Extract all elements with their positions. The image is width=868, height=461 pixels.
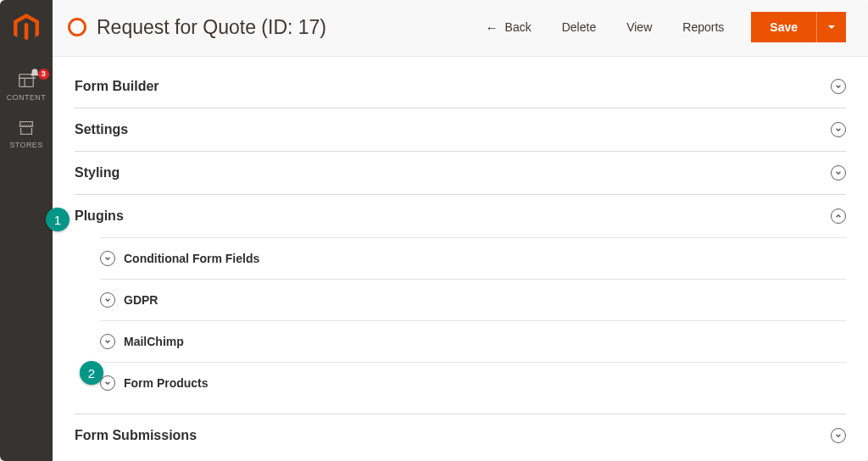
section-title: Settings (75, 122, 128, 137)
sidebar-item-label: CONTENT (7, 93, 46, 102)
expand-icon (831, 122, 846, 137)
sub-title: MailChimp (124, 335, 184, 348)
sub-title: Form Products (124, 376, 209, 390)
app-frame: CONTENT 3 STORES Request for Quote (ID: … (0, 0, 868, 461)
main-panel: Request for Quote (ID: 17) ← Back Delete… (53, 0, 868, 461)
expand-icon (831, 165, 846, 181)
section-styling[interactable]: Styling (75, 152, 846, 195)
expand-icon (100, 292, 115, 308)
sidebar-item-stores[interactable]: STORES (0, 110, 53, 158)
section-title: Styling (75, 165, 120, 181)
back-label: Back (505, 20, 531, 34)
section-title: Form Submissions (75, 428, 197, 443)
notification-count: 3 (38, 69, 49, 80)
content-area: Form Builder Settings Styling Plugins Co… (53, 57, 868, 461)
delete-label: Delete (562, 20, 596, 34)
view-label: View (626, 20, 652, 34)
expand-icon (831, 79, 846, 94)
chevron-down-icon (827, 23, 836, 31)
admin-sidebar: CONTENT 3 STORES (0, 0, 53, 461)
section-form-submissions[interactable]: Form Submissions (75, 414, 846, 457)
notification-badge[interactable]: 3 (29, 68, 49, 80)
sub-form-products[interactable]: Form Products (100, 363, 846, 403)
section-form-builder[interactable]: Form Builder (75, 79, 846, 108)
sub-conditional-form-fields[interactable]: Conditional Form Fields (100, 237, 846, 280)
sidebar-item-content[interactable]: CONTENT 3 (0, 63, 53, 110)
expand-icon (100, 251, 115, 266)
section-plugins[interactable]: Plugins (75, 195, 846, 237)
back-arrow-icon: ← (486, 20, 498, 35)
page-title-icon (68, 18, 86, 36)
expand-icon (831, 428, 846, 443)
reports-label: Reports (682, 20, 724, 34)
expand-icon (100, 334, 115, 349)
callout-marker-1: 1 (46, 208, 70, 231)
sub-gdpr[interactable]: GDPR (100, 280, 846, 321)
page-header: Request for Quote (ID: 17) ← Back Delete… (53, 0, 868, 57)
section-title: Plugins (75, 208, 124, 224)
header-actions: ← Back Delete View Reports Save (472, 12, 846, 42)
back-button[interactable]: ← Back (472, 14, 545, 42)
sidebar-item-label: STORES (9, 141, 42, 149)
stores-icon (17, 119, 36, 137)
delete-button[interactable]: Delete (548, 14, 609, 41)
sub-title: GDPR (124, 293, 158, 307)
callout-marker-2: 2 (80, 361, 103, 385)
sub-title: Conditional Form Fields (124, 252, 259, 265)
magento-logo-icon[interactable] (14, 14, 39, 42)
sub-mailchimp[interactable]: MailChimp (100, 321, 846, 363)
section-settings[interactable]: Settings (75, 108, 846, 152)
section-title: Form Builder (75, 79, 159, 94)
save-button[interactable]: Save (751, 12, 816, 42)
view-button[interactable]: View (613, 14, 665, 41)
save-dropdown-button[interactable] (816, 12, 846, 42)
page-title: Request for Quote (ID: 17) (97, 16, 326, 39)
reports-button[interactable]: Reports (669, 14, 737, 41)
collapse-icon (831, 208, 846, 224)
plugins-subsection: Conditional Form Fields GDPR MailChimp F… (75, 237, 846, 403)
